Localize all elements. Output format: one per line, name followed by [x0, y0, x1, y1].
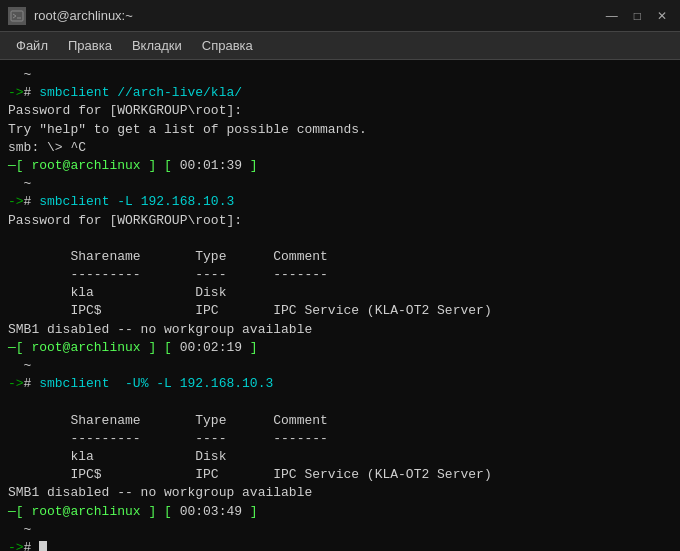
menubar: Файл Правка Вкладки Справка — [0, 32, 680, 60]
table-header-2: Sharename Type Comment — [8, 412, 672, 430]
line-password-2: Password for [WORKGROUP\root]: — [8, 212, 672, 230]
blank-1 — [8, 230, 672, 248]
menu-tabs[interactable]: Вкладки — [124, 35, 190, 56]
line-cmd-3: -># smbclient -U% -L 192.168.10.3 — [8, 375, 672, 393]
table-sep-2: --------- ---- ------- — [8, 430, 672, 448]
titlebar: root@archlinux:~ — □ ✕ — [0, 0, 680, 32]
close-button[interactable]: ✕ — [652, 7, 672, 25]
window-title: root@archlinux:~ — [34, 8, 133, 23]
table-sep-1: --------- ---- ------- — [8, 266, 672, 284]
line-tilde-2: ~ — [8, 175, 672, 193]
prompt-line-3: —[ root@archlinux ] [ 00:03:49 ] — [8, 503, 672, 521]
titlebar-left: root@archlinux:~ — [8, 7, 133, 25]
line-smb-exit: smb: \> ^C — [8, 139, 672, 157]
line-cmd-1: -># smbclient //arch-live/kla/ — [8, 84, 672, 102]
svg-rect-0 — [11, 11, 23, 21]
menu-file[interactable]: Файл — [8, 35, 56, 56]
line-tilde-3: ~ — [8, 357, 672, 375]
line-tilde-4: ~ — [8, 521, 672, 539]
minimize-button[interactable]: — — [601, 7, 623, 25]
prompt-line-2: —[ root@archlinux ] [ 00:02:19 ] — [8, 339, 672, 357]
menu-help[interactable]: Справка — [194, 35, 261, 56]
cursor — [39, 541, 47, 551]
blank-2 — [8, 393, 672, 411]
table-row-ipc-1: IPC$ IPC IPC Service (KLA-OT2 Server) — [8, 302, 672, 320]
table-row-kla-2: kla Disk — [8, 448, 672, 466]
final-prompt-line: -># — [8, 539, 672, 551]
line-cmd-2: -># smbclient -L 192.168.10.3 — [8, 193, 672, 211]
menu-edit[interactable]: Правка — [60, 35, 120, 56]
table-row-ipc-2: IPC$ IPC IPC Service (KLA-OT2 Server) — [8, 466, 672, 484]
prompt-line-1: —[ root@archlinux ] [ 00:01:39 ] — [8, 157, 672, 175]
window-controls: — □ ✕ — [601, 7, 672, 25]
terminal-icon — [8, 7, 26, 25]
line-password-1: Password for [WORKGROUP\root]: — [8, 102, 672, 120]
terminal-output[interactable]: ~ -># smbclient //arch-live/kla/ Passwor… — [0, 60, 680, 551]
table-header-1: Sharename Type Comment — [8, 248, 672, 266]
line-help-hint: Try "help" to get a list of possible com… — [8, 121, 672, 139]
line-smb1-1: SMB1 disabled -- no workgroup available — [8, 321, 672, 339]
line-smb1-2: SMB1 disabled -- no workgroup available — [8, 484, 672, 502]
line-tilde-1: ~ — [8, 66, 672, 84]
maximize-button[interactable]: □ — [629, 7, 646, 25]
table-row-kla-1: kla Disk — [8, 284, 672, 302]
